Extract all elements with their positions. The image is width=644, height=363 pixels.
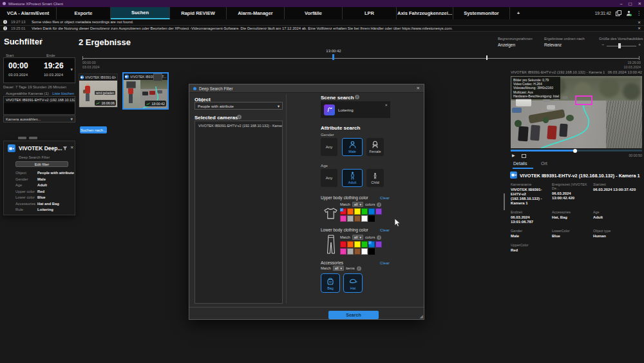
search-for-button[interactable]: Suchen nach... [80,126,107,133]
result-thumbnail[interactable]: VIVOTEK IB9391-EHTV-v2... wird geladen 1… [79,74,118,108]
color-swatch[interactable] [361,215,368,222]
accessory-bag-button[interactable]: Bag [321,273,340,293]
info-icon[interactable]: i [377,202,381,207]
user-profile-icon[interactable] [626,10,632,16]
thumbnail-hover-control[interactable] [153,74,162,81]
timeline-marker[interactable] [332,54,334,60]
color-swatch[interactable] [347,215,354,222]
color-swatch[interactable] [340,215,346,222]
field-label: Lower color [15,195,37,201]
accessories-clear-link[interactable]: Clear [380,260,390,265]
order-by-select[interactable]: Relevanz [544,43,562,47]
detail-label: Endzeit [511,210,552,214]
color-swatch[interactable] [354,248,361,255]
color-swatch[interactable] [368,248,375,255]
color-swatch[interactable] [347,208,354,215]
tab-alarm-manager[interactable]: Alarm-Manager [227,7,285,19]
size-slider-handle[interactable] [618,43,621,48]
tab-suchen[interactable]: Suchen [111,7,170,19]
tab-details[interactable]: Details [513,161,527,166]
tab-exporte[interactable]: Exporte [57,7,111,19]
details-scrollbar[interactable] [504,193,505,210]
results-timeline[interactable] [82,58,639,59]
color-swatch[interactable] [375,241,382,248]
clear-list-link[interactable]: Liste löschen [52,92,74,95]
filter-menu-icon[interactable]: ⋮ [39,37,44,44]
selected-cameras-label: Ausgewählte Kameras (1) [6,92,49,95]
color-swatch[interactable]: ✓ [340,208,346,215]
close-icon[interactable]: ✕ [417,86,420,91]
camera-list-item[interactable]: VIVOTEK IB9391-EHTV-v2 (192.168.10.132) … [4,97,75,103]
notification-message: Some video files or object metadata reco… [32,20,133,24]
color-swatch[interactable] [361,208,368,215]
object-dropdown[interactable]: People with attribute ▾ [194,102,283,110]
tab-vca-alarm-event[interactable]: VCA - Alarm/Event [0,7,57,19]
upper-clear-link[interactable]: Clear [380,195,390,200]
minimize-button[interactable]: – [620,0,623,7]
color-swatch[interactable] [354,215,361,222]
gender-any-button[interactable]: Any [321,138,337,156]
color-swatch[interactable] [340,248,346,255]
match-dropdown[interactable]: all▾ [352,235,363,240]
info-icon[interactable]: i [237,115,242,119]
match-dropdown[interactable]: all▾ [352,202,363,207]
color-swatch[interactable] [361,241,368,248]
color-swatch[interactable] [361,248,368,255]
tab-ort[interactable]: Ort [541,161,547,166]
close-icon[interactable]: ✕ [638,26,641,30]
tab-rapid-review[interactable]: Rapid REVIEW [170,7,227,19]
close-button[interactable]: ✕ [638,0,641,7]
tab-lpr[interactable]: LPR [343,7,397,19]
lower-clear-link[interactable]: Clear [380,228,390,232]
edit-filter-button[interactable]: Edit filter [15,161,68,167]
info-icon[interactable]: i [377,235,381,240]
kebab-menu-icon[interactable]: ⋮ [636,10,641,16]
info-icon[interactable]: i [355,95,359,99]
age-child-button[interactable]: Child [366,169,384,187]
dialog-search-button[interactable]: Search [328,311,379,319]
time-range-picker[interactable]: 00:00 03.03.2024 19:26 10.03.2024 ▾ [3,57,75,83]
color-swatch[interactable] [354,208,361,215]
export-jobs-icon[interactable] [616,10,621,16]
play-button[interactable]: ▶ [512,153,515,157]
add-to-export-icon[interactable] [522,154,526,158]
size-slider-track[interactable] [607,46,636,47]
tab-axis-fahrzeugkennzeichen[interactable]: Axis Fahrzeugkennzei... [397,7,453,19]
resize-grip[interactable]: ◢ [420,314,423,319]
match-dropdown[interactable]: all▾ [333,266,344,271]
video-preview[interactable]: Bilder pro Sekunde: 0,79 Video Codec: H.… [511,76,642,148]
color-swatch[interactable] [375,208,382,215]
color-swatch[interactable]: ✓ [368,241,375,248]
close-icon[interactable]: ✕ [638,20,641,25]
close-icon[interactable]: ✕ [70,145,73,150]
maximize-button[interactable]: ▢ [628,0,632,7]
color-swatch[interactable] [368,208,375,215]
color-swatch[interactable] [347,241,354,248]
scene-search-item[interactable]: Loitering ✕ [321,101,390,118]
selected-camera-item[interactable]: VIVOTEK IB9391-EHTV-v2 (192.168.10.132) … [195,121,282,130]
camera-select-dropdown[interactable]: Kamera auswählen... ▾ [3,115,75,123]
selected-cameras-list[interactable]: VIVOTEK IB9391-EHTV-v2 (192.168.10.132) … [194,121,283,304]
filter-icon[interactable] [62,146,68,151]
color-swatch[interactable] [354,241,361,248]
age-any-button[interactable]: Any [321,169,337,187]
accessory-hat-button[interactable]: Hat [343,273,363,293]
dialog-title-bar[interactable]: Deep Search Filter ✕ [189,84,424,93]
color-swatch[interactable] [347,248,354,255]
tab-vorfaelle[interactable]: Vorfälle [285,7,343,19]
tab-systemmonitor[interactable]: Systemmonitor [453,7,510,19]
info-icon[interactable]: i [357,266,361,271]
age-adult-button[interactable]: Adult [342,169,363,187]
tab-add-button[interactable]: + [510,7,527,19]
color-swatch[interactable] [340,241,346,248]
minus-icon[interactable]: − [601,43,604,47]
gender-female-button[interactable]: Female [366,138,384,156]
bounding-box-select[interactable]: Anzeigen [498,43,515,47]
color-swatch[interactable] [368,215,375,222]
remove-icon[interactable]: ✕ [384,103,388,107]
gender-male-button[interactable]: Male [342,138,363,156]
playback-progress-handle[interactable] [573,149,577,153]
plus-icon[interactable]: + [638,43,641,47]
analytics-icon [146,102,150,106]
camera-list[interactable]: VIVOTEK IB9391-EHTV-v2 (192.168.10.132) … [3,96,75,115]
